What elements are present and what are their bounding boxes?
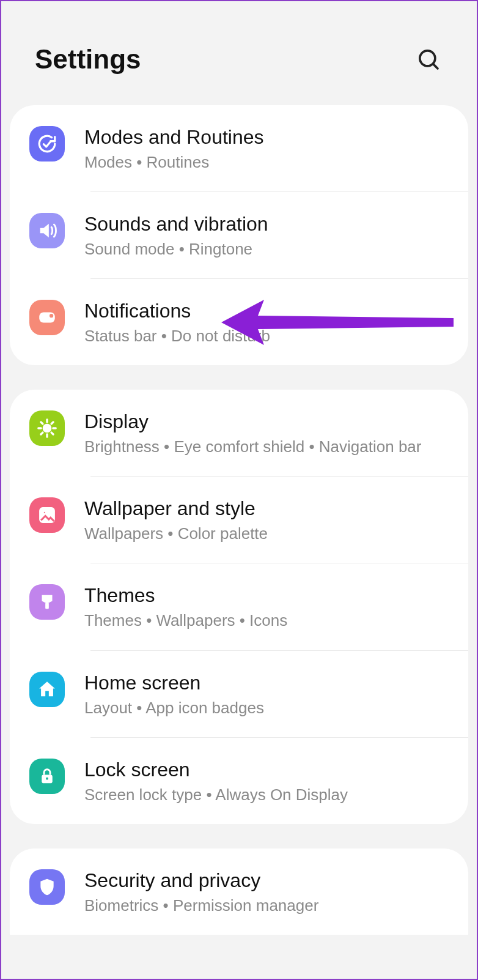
svg-line-12 <box>51 422 53 424</box>
svg-point-4 <box>43 425 50 432</box>
svg-rect-2 <box>39 313 55 323</box>
settings-group-1: Modes and Routines Modes • Routines Soun… <box>10 105 468 365</box>
settings-group-2: Display Brightness • Eye comfort shield … <box>10 390 468 823</box>
settings-group-3: Security and privacy Biometrics • Permis… <box>10 848 468 935</box>
themes-icon <box>29 584 65 620</box>
notifications-icon <box>29 300 65 335</box>
item-title: Wallpaper and style <box>84 496 453 521</box>
item-subtitle: Status bar • Do not disturb <box>84 325 453 347</box>
svg-line-10 <box>51 432 53 434</box>
lock-icon <box>29 759 65 794</box>
settings-item-modes[interactable]: Modes and Routines Modes • Routines <box>10 105 468 191</box>
item-subtitle: Wallpapers • Color palette <box>84 523 453 544</box>
modes-icon <box>29 126 65 161</box>
item-title: Sounds and vibration <box>84 212 453 236</box>
svg-point-17 <box>46 777 48 779</box>
search-icon <box>416 47 441 72</box>
item-subtitle: Layout • App icon badges <box>84 697 453 719</box>
header: Settings <box>1 1 477 105</box>
search-button[interactable] <box>414 45 443 74</box>
svg-line-9 <box>41 422 43 424</box>
settings-item-security[interactable]: Security and privacy Biometrics • Permis… <box>10 848 468 935</box>
svg-rect-15 <box>45 603 49 609</box>
home-icon <box>29 672 65 707</box>
item-title: Security and privacy <box>84 868 453 893</box>
item-title: Home screen <box>84 670 453 695</box>
sound-icon <box>29 213 65 248</box>
settings-item-sound[interactable]: Sounds and vibration Sound mode • Ringto… <box>10 192 468 278</box>
security-icon <box>29 869 65 905</box>
page-title: Settings <box>35 44 141 75</box>
item-subtitle: Sound mode • Ringtone <box>84 239 453 260</box>
settings-item-home-screen[interactable]: Home screen Layout • App icon badges <box>10 651 468 737</box>
svg-point-14 <box>43 511 46 514</box>
settings-item-wallpaper[interactable]: Wallpaper and style Wallpapers • Color p… <box>10 477 468 563</box>
item-subtitle: Brightness • Eye comfort shield • Naviga… <box>84 436 453 458</box>
svg-point-3 <box>50 314 53 317</box>
item-subtitle: Modes • Routines <box>84 152 453 173</box>
item-title: Lock screen <box>84 757 453 782</box>
settings-item-themes[interactable]: Themes Themes • Wallpapers • Icons <box>10 563 468 650</box>
item-subtitle: Themes • Wallpapers • Icons <box>84 610 453 631</box>
item-subtitle: Biometrics • Permission manager <box>84 895 453 916</box>
wallpaper-icon <box>29 497 65 533</box>
item-title: Themes <box>84 583 453 607</box>
svg-line-1 <box>433 64 438 69</box>
settings-item-lock-screen[interactable]: Lock screen Screen lock type • Always On… <box>10 738 468 824</box>
settings-item-display[interactable]: Display Brightness • Eye comfort shield … <box>10 390 468 476</box>
svg-line-11 <box>41 432 43 434</box>
item-subtitle: Screen lock type • Always On Display <box>84 784 453 806</box>
item-title: Modes and Routines <box>84 125 453 149</box>
display-icon <box>29 410 65 446</box>
item-title: Notifications <box>84 299 453 323</box>
item-title: Display <box>84 409 453 434</box>
settings-item-notifications[interactable]: Notifications Status bar • Do not distur… <box>10 279 468 365</box>
